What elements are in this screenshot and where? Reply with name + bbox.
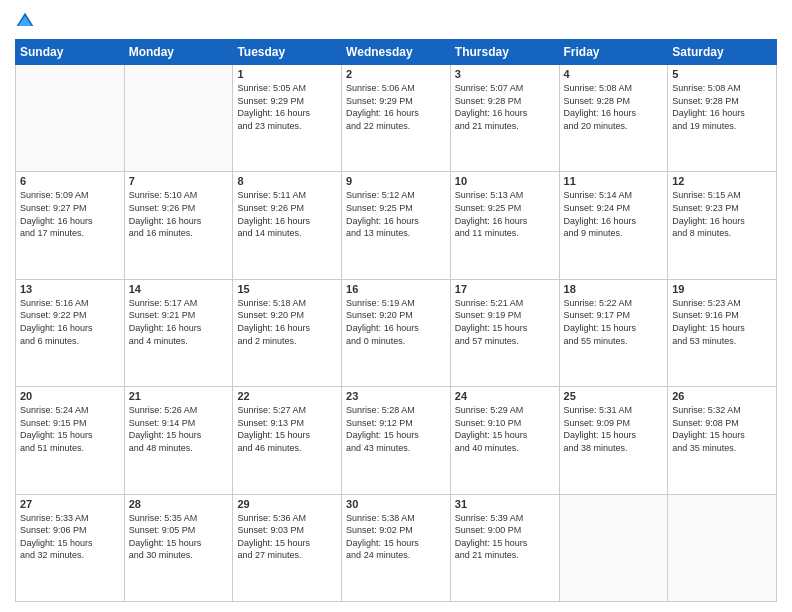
day-cell: 5Sunrise: 5:08 AM Sunset: 9:28 PM Daylig… <box>668 65 777 172</box>
day-cell: 20Sunrise: 5:24 AM Sunset: 9:15 PM Dayli… <box>16 387 125 494</box>
day-number: 10 <box>455 175 555 187</box>
day-info: Sunrise: 5:16 AM Sunset: 9:22 PM Dayligh… <box>20 297 120 347</box>
day-cell <box>16 65 125 172</box>
day-info: Sunrise: 5:22 AM Sunset: 9:17 PM Dayligh… <box>564 297 664 347</box>
day-number: 12 <box>672 175 772 187</box>
day-cell: 11Sunrise: 5:14 AM Sunset: 9:24 PM Dayli… <box>559 172 668 279</box>
day-info: Sunrise: 5:33 AM Sunset: 9:06 PM Dayligh… <box>20 512 120 562</box>
day-number: 8 <box>237 175 337 187</box>
day-number: 20 <box>20 390 120 402</box>
day-number: 27 <box>20 498 120 510</box>
day-number: 2 <box>346 68 446 80</box>
day-info: Sunrise: 5:07 AM Sunset: 9:28 PM Dayligh… <box>455 82 555 132</box>
day-number: 26 <box>672 390 772 402</box>
day-header-monday: Monday <box>124 40 233 65</box>
logo <box>15 10 39 31</box>
day-info: Sunrise: 5:10 AM Sunset: 9:26 PM Dayligh… <box>129 189 229 239</box>
day-cell <box>559 494 668 601</box>
day-cell: 14Sunrise: 5:17 AM Sunset: 9:21 PM Dayli… <box>124 279 233 386</box>
day-number: 19 <box>672 283 772 295</box>
day-cell <box>668 494 777 601</box>
day-info: Sunrise: 5:15 AM Sunset: 9:23 PM Dayligh… <box>672 189 772 239</box>
day-number: 29 <box>237 498 337 510</box>
day-cell: 16Sunrise: 5:19 AM Sunset: 9:20 PM Dayli… <box>342 279 451 386</box>
day-number: 18 <box>564 283 664 295</box>
day-cell: 26Sunrise: 5:32 AM Sunset: 9:08 PM Dayli… <box>668 387 777 494</box>
week-row-4: 20Sunrise: 5:24 AM Sunset: 9:15 PM Dayli… <box>16 387 777 494</box>
day-cell: 23Sunrise: 5:28 AM Sunset: 9:12 PM Dayli… <box>342 387 451 494</box>
day-cell: 3Sunrise: 5:07 AM Sunset: 9:28 PM Daylig… <box>450 65 559 172</box>
day-info: Sunrise: 5:08 AM Sunset: 9:28 PM Dayligh… <box>564 82 664 132</box>
page: SundayMondayTuesdayWednesdayThursdayFrid… <box>0 0 792 612</box>
day-cell: 18Sunrise: 5:22 AM Sunset: 9:17 PM Dayli… <box>559 279 668 386</box>
day-number: 1 <box>237 68 337 80</box>
day-cell: 6Sunrise: 5:09 AM Sunset: 9:27 PM Daylig… <box>16 172 125 279</box>
header-row: SundayMondayTuesdayWednesdayThursdayFrid… <box>16 40 777 65</box>
day-number: 14 <box>129 283 229 295</box>
week-row-3: 13Sunrise: 5:16 AM Sunset: 9:22 PM Dayli… <box>16 279 777 386</box>
day-info: Sunrise: 5:23 AM Sunset: 9:16 PM Dayligh… <box>672 297 772 347</box>
day-info: Sunrise: 5:05 AM Sunset: 9:29 PM Dayligh… <box>237 82 337 132</box>
week-row-5: 27Sunrise: 5:33 AM Sunset: 9:06 PM Dayli… <box>16 494 777 601</box>
day-info: Sunrise: 5:06 AM Sunset: 9:29 PM Dayligh… <box>346 82 446 132</box>
header <box>15 10 777 31</box>
day-header-friday: Friday <box>559 40 668 65</box>
day-info: Sunrise: 5:11 AM Sunset: 9:26 PM Dayligh… <box>237 189 337 239</box>
day-cell: 1Sunrise: 5:05 AM Sunset: 9:29 PM Daylig… <box>233 65 342 172</box>
day-info: Sunrise: 5:18 AM Sunset: 9:20 PM Dayligh… <box>237 297 337 347</box>
day-number: 31 <box>455 498 555 510</box>
day-header-thursday: Thursday <box>450 40 559 65</box>
day-number: 7 <box>129 175 229 187</box>
day-info: Sunrise: 5:35 AM Sunset: 9:05 PM Dayligh… <box>129 512 229 562</box>
day-cell: 10Sunrise: 5:13 AM Sunset: 9:25 PM Dayli… <box>450 172 559 279</box>
day-cell: 15Sunrise: 5:18 AM Sunset: 9:20 PM Dayli… <box>233 279 342 386</box>
day-header-tuesday: Tuesday <box>233 40 342 65</box>
day-number: 22 <box>237 390 337 402</box>
day-number: 4 <box>564 68 664 80</box>
day-info: Sunrise: 5:08 AM Sunset: 9:28 PM Dayligh… <box>672 82 772 132</box>
day-info: Sunrise: 5:39 AM Sunset: 9:00 PM Dayligh… <box>455 512 555 562</box>
day-info: Sunrise: 5:31 AM Sunset: 9:09 PM Dayligh… <box>564 404 664 454</box>
day-cell: 13Sunrise: 5:16 AM Sunset: 9:22 PM Dayli… <box>16 279 125 386</box>
day-cell: 12Sunrise: 5:15 AM Sunset: 9:23 PM Dayli… <box>668 172 777 279</box>
logo-icon <box>15 11 35 31</box>
day-number: 3 <box>455 68 555 80</box>
day-info: Sunrise: 5:09 AM Sunset: 9:27 PM Dayligh… <box>20 189 120 239</box>
day-info: Sunrise: 5:14 AM Sunset: 9:24 PM Dayligh… <box>564 189 664 239</box>
day-cell: 22Sunrise: 5:27 AM Sunset: 9:13 PM Dayli… <box>233 387 342 494</box>
day-info: Sunrise: 5:36 AM Sunset: 9:03 PM Dayligh… <box>237 512 337 562</box>
day-info: Sunrise: 5:24 AM Sunset: 9:15 PM Dayligh… <box>20 404 120 454</box>
day-cell <box>124 65 233 172</box>
day-info: Sunrise: 5:29 AM Sunset: 9:10 PM Dayligh… <box>455 404 555 454</box>
day-info: Sunrise: 5:21 AM Sunset: 9:19 PM Dayligh… <box>455 297 555 347</box>
day-number: 23 <box>346 390 446 402</box>
day-cell: 28Sunrise: 5:35 AM Sunset: 9:05 PM Dayli… <box>124 494 233 601</box>
day-cell: 7Sunrise: 5:10 AM Sunset: 9:26 PM Daylig… <box>124 172 233 279</box>
day-number: 21 <box>129 390 229 402</box>
day-info: Sunrise: 5:26 AM Sunset: 9:14 PM Dayligh… <box>129 404 229 454</box>
day-number: 28 <box>129 498 229 510</box>
week-row-1: 1Sunrise: 5:05 AM Sunset: 9:29 PM Daylig… <box>16 65 777 172</box>
day-info: Sunrise: 5:12 AM Sunset: 9:25 PM Dayligh… <box>346 189 446 239</box>
day-header-saturday: Saturday <box>668 40 777 65</box>
day-info: Sunrise: 5:13 AM Sunset: 9:25 PM Dayligh… <box>455 189 555 239</box>
day-cell: 24Sunrise: 5:29 AM Sunset: 9:10 PM Dayli… <box>450 387 559 494</box>
day-cell: 8Sunrise: 5:11 AM Sunset: 9:26 PM Daylig… <box>233 172 342 279</box>
day-cell: 30Sunrise: 5:38 AM Sunset: 9:02 PM Dayli… <box>342 494 451 601</box>
day-number: 5 <box>672 68 772 80</box>
day-info: Sunrise: 5:19 AM Sunset: 9:20 PM Dayligh… <box>346 297 446 347</box>
day-number: 15 <box>237 283 337 295</box>
day-number: 11 <box>564 175 664 187</box>
day-header-wednesday: Wednesday <box>342 40 451 65</box>
day-info: Sunrise: 5:28 AM Sunset: 9:12 PM Dayligh… <box>346 404 446 454</box>
day-cell: 2Sunrise: 5:06 AM Sunset: 9:29 PM Daylig… <box>342 65 451 172</box>
week-row-2: 6Sunrise: 5:09 AM Sunset: 9:27 PM Daylig… <box>16 172 777 279</box>
day-header-sunday: Sunday <box>16 40 125 65</box>
day-number: 17 <box>455 283 555 295</box>
calendar-header: SundayMondayTuesdayWednesdayThursdayFrid… <box>16 40 777 65</box>
day-number: 13 <box>20 283 120 295</box>
day-cell: 19Sunrise: 5:23 AM Sunset: 9:16 PM Dayli… <box>668 279 777 386</box>
day-cell: 29Sunrise: 5:36 AM Sunset: 9:03 PM Dayli… <box>233 494 342 601</box>
day-cell: 21Sunrise: 5:26 AM Sunset: 9:14 PM Dayli… <box>124 387 233 494</box>
day-info: Sunrise: 5:38 AM Sunset: 9:02 PM Dayligh… <box>346 512 446 562</box>
